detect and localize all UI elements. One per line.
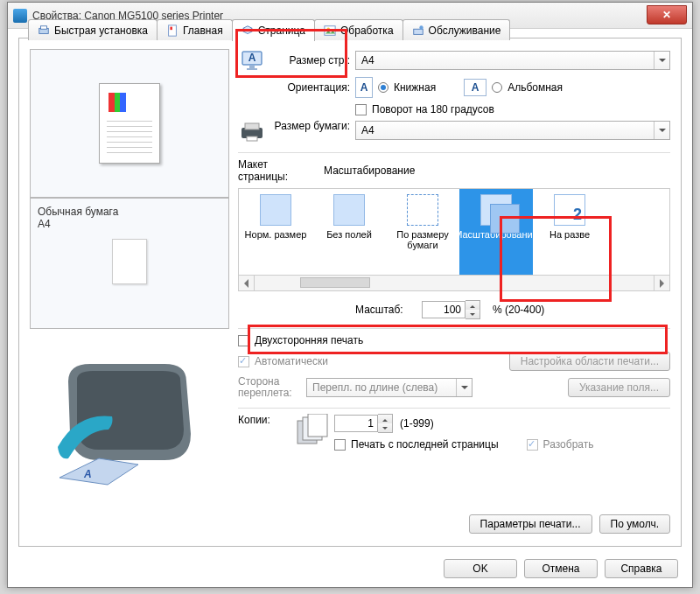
scale-spinner[interactable]: [422, 300, 480, 319]
svg-rect-8: [413, 29, 423, 34]
right-column: A Размер стр.: A4 Ориентация: A Книжная …: [238, 49, 670, 539]
media-paper-label: Обычная бумага A4: [38, 206, 221, 230]
dropdown-arrow-icon: [456, 379, 472, 396]
layout-pages-per-sheet[interactable]: На разве: [533, 189, 606, 275]
printer-illustration: A: [30, 338, 229, 495]
margin-button: Указание поля...: [568, 378, 670, 397]
copies-icon: [294, 414, 329, 450]
ok-button[interactable]: OK: [444, 559, 517, 578]
layout-normal[interactable]: Норм. размер: [239, 189, 312, 275]
tab-main[interactable]: Главная: [157, 19, 233, 40]
dropdown-arrow-icon: [654, 52, 669, 69]
svg-point-9: [419, 25, 423, 29]
layout-label: Макет страницы:: [238, 158, 318, 183]
page-size-select[interactable]: A4: [355, 51, 670, 70]
left-column: Обычная бумага A4 A: [30, 49, 229, 539]
svg-text:A: A: [83, 468, 92, 480]
page-size-label: Размер стр.:: [271, 54, 350, 66]
page-preview: [30, 49, 229, 198]
scroll-left-button[interactable]: [239, 276, 255, 290]
layout-fit-to-page[interactable]: По размеру бумаги: [386, 189, 459, 275]
auto-duplex-label: Автоматически: [255, 355, 328, 367]
photo-icon: [324, 24, 336, 37]
paper-size-select[interactable]: A4: [355, 121, 670, 140]
tab-effects[interactable]: Обработка: [314, 19, 403, 40]
landscape-icon: A: [464, 79, 486, 96]
duplex-checkbox[interactable]: [238, 335, 249, 346]
last-page-label[interactable]: Печать с последней страницы: [351, 438, 499, 451]
spin-down-icon[interactable]: [378, 423, 392, 432]
layout-scrollbar[interactable]: [238, 276, 670, 291]
layout-strip: Норм. размер Без полей По размеру бумаги…: [238, 188, 670, 276]
stack-icon: [242, 24, 254, 37]
portrait-icon: A: [355, 77, 373, 98]
svg-rect-1: [41, 25, 47, 29]
printer-small-icon: [238, 121, 266, 143]
print-options-button[interactable]: Параметры печати...: [469, 514, 592, 534]
svg-rect-3: [170, 26, 172, 30]
tab-quick-setup[interactable]: Быстрая установка: [28, 19, 158, 40]
dropdown-arrow-icon: [654, 122, 669, 139]
svg-rect-16: [245, 123, 259, 129]
spin-up-icon[interactable]: [466, 301, 480, 310]
monitor-icon: A: [238, 49, 266, 72]
defaults-button[interactable]: По умолч.: [599, 514, 670, 534]
svg-rect-12: [249, 66, 255, 68]
collate-checkbox: [527, 439, 538, 451]
rotate180-label[interactable]: Поворот на 180 градусов: [372, 103, 494, 115]
layout-scaled[interactable]: Масштабирование: [459, 189, 533, 275]
copies-range-label: (1-999): [400, 417, 434, 430]
binding-select: Перепл. по длине (слева): [306, 378, 472, 397]
svg-marker-5: [242, 29, 252, 33]
portrait-radio[interactable]: [378, 82, 388, 93]
auto-duplex-checkbox: [238, 356, 249, 367]
wrench-icon: [412, 24, 424, 37]
tab-maintenance[interactable]: Обслуживание: [402, 19, 511, 40]
scale-label: Масштаб:: [355, 304, 416, 316]
landscape-label[interactable]: Альбомная: [508, 81, 563, 94]
collate-label: Разобрать: [543, 438, 594, 451]
app-icon: [13, 9, 27, 23]
scale-input[interactable]: [422, 301, 466, 318]
page-thumb-icon: [99, 83, 160, 164]
binding-label: Сторона переплета:: [238, 376, 301, 399]
scale-range-label: % (20-400): [493, 304, 544, 316]
copies-spinner[interactable]: [334, 414, 393, 433]
svg-point-7: [327, 27, 331, 31]
cancel-button[interactable]: Отмена: [524, 559, 598, 578]
spin-up-icon[interactable]: [378, 415, 392, 423]
scroll-right-button[interactable]: [654, 276, 669, 290]
scroll-thumb[interactable]: [300, 277, 370, 288]
page-icon: [166, 24, 178, 37]
copies-input[interactable]: [334, 415, 378, 432]
layout-borderless[interactable]: Без полей: [312, 189, 386, 275]
duplex-label[interactable]: Двухсторонняя печать: [255, 334, 363, 346]
tab-page-setup[interactable]: Страница: [232, 19, 315, 41]
spin-down-icon[interactable]: [466, 310, 480, 318]
svg-rect-13: [247, 68, 257, 70]
help-button[interactable]: Справка: [605, 559, 678, 578]
paper-small-icon: [112, 239, 147, 284]
svg-rect-17: [247, 136, 257, 141]
tabstrip: Быстрая установка Главная Страница Обраб…: [28, 19, 509, 40]
dialog-footer: OK Отмена Справка: [444, 559, 678, 578]
media-info-box: Обычная бумага A4: [30, 198, 229, 329]
svg-rect-6: [325, 25, 335, 35]
svg-rect-20: [308, 414, 327, 437]
close-button[interactable]: ✕: [647, 5, 687, 24]
rotate180-checkbox[interactable]: [355, 104, 367, 115]
copies-label: Копии:: [238, 414, 289, 426]
dialog-content: Быстрая установка Главная Страница Обраб…: [18, 38, 682, 547]
print-area-setup-button: Настройка области печати...: [509, 352, 670, 371]
layout-selected-caption: Масштабирование: [324, 164, 415, 177]
svg-text:A: A: [248, 52, 256, 64]
orientation-label: Ориентация:: [271, 81, 350, 94]
paper-size-label: Размер бумаги:: [271, 121, 350, 132]
last-page-checkbox[interactable]: [334, 439, 346, 451]
printer-properties-window: Свойства: Canon MG5100 series Printer ✕ …: [7, 2, 693, 588]
printer-icon: [38, 24, 50, 37]
landscape-radio[interactable]: [492, 82, 502, 93]
portrait-label[interactable]: Книжная: [394, 81, 436, 94]
